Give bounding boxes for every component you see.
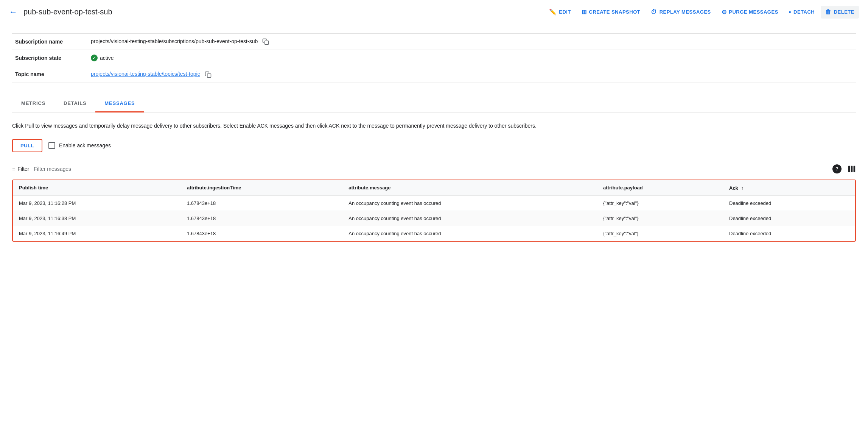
purge-messages-button[interactable]: ⊝ PURGE MESSAGES bbox=[717, 5, 783, 19]
subscription-state-row: Subscription state ✓ active bbox=[12, 50, 856, 66]
replay-messages-button[interactable]: ⏱ REPLAY MESSAGES bbox=[646, 6, 716, 19]
table-header-row: Publish time attribute.ingestionTime att… bbox=[13, 180, 855, 196]
topic-name-label: Topic name bbox=[12, 66, 88, 83]
copy-topic-name-icon[interactable] bbox=[205, 71, 212, 78]
snapshot-icon: ⊞ bbox=[582, 8, 587, 16]
detach-icon: ▪ bbox=[789, 9, 791, 16]
help-icon[interactable]: ? bbox=[832, 164, 842, 173]
messages-table: Publish time attribute.ingestionTime att… bbox=[13, 180, 855, 241]
filter-bar-right: ? bbox=[832, 164, 856, 173]
topic-name-value: projects/visionai-testing-stable/topics/… bbox=[88, 66, 856, 83]
delete-button[interactable]: 🗑 DELETE bbox=[821, 6, 859, 19]
messages-table-wrapper: Publish time attribute.ingestionTime att… bbox=[12, 180, 856, 242]
topic-name-row: Topic name projects/visionai-testing-sta… bbox=[12, 66, 856, 83]
messages-description: Click Pull to view messages and temporar… bbox=[12, 122, 542, 130]
ack-sort-arrow: ↑ bbox=[741, 185, 744, 191]
cell-ack: Deadline exceeded bbox=[723, 195, 855, 211]
create-snapshot-button[interactable]: ⊞ CREATE SNAPSHOT bbox=[577, 5, 645, 19]
cell-publish-time: Mar 9, 2023, 11:16:28 PM bbox=[13, 195, 181, 211]
header-payload: attribute.payload bbox=[597, 180, 723, 196]
page-title: pub-sub-event-op-test-sub bbox=[23, 8, 112, 16]
edit-button[interactable]: ✏️ EDIT bbox=[544, 5, 576, 19]
topic-name-link[interactable]: projects/visionai-testing-stable/topics/… bbox=[91, 71, 200, 77]
subscription-name-row: Subscription name projects/visionai-test… bbox=[12, 34, 856, 50]
cell-message: An occupancy counting event has occured bbox=[342, 211, 597, 226]
ack-checkbox[interactable] bbox=[48, 142, 55, 149]
toolbar: ← pub-sub-event-op-test-sub ✏️ EDIT ⊞ CR… bbox=[0, 0, 868, 24]
svg-rect-4 bbox=[854, 166, 856, 172]
cell-payload: {"attr_key":"val"} bbox=[597, 226, 723, 241]
filter-icon: ≡ bbox=[12, 166, 15, 172]
header-ingestion-time: attribute.ingestionTime bbox=[181, 180, 342, 196]
pull-section: PULL Enable ack messages bbox=[12, 139, 856, 152]
cell-ack: Deadline exceeded bbox=[723, 211, 855, 226]
subscription-name-label: Subscription name bbox=[12, 34, 88, 50]
table-row: Mar 9, 2023, 11:16:49 PM 1.67843e+18 An … bbox=[13, 226, 855, 241]
svg-rect-0 bbox=[265, 41, 269, 45]
svg-rect-1 bbox=[207, 73, 211, 77]
main-content: Subscription name projects/visionai-test… bbox=[0, 24, 868, 251]
columns-icon[interactable] bbox=[848, 165, 856, 173]
header-ack[interactable]: Ack ↑ bbox=[723, 180, 855, 196]
subscription-state-value: ✓ active bbox=[88, 50, 856, 66]
cell-publish-time: Mar 9, 2023, 11:16:38 PM bbox=[13, 211, 181, 226]
cell-ingestion-time: 1.67843e+18 bbox=[181, 226, 342, 241]
cell-payload: {"attr_key":"val"} bbox=[597, 211, 723, 226]
replay-icon: ⏱ bbox=[651, 9, 657, 16]
svg-rect-3 bbox=[851, 166, 853, 172]
ack-checkbox-label[interactable]: Enable ack messages bbox=[48, 142, 111, 149]
header-message: attribute.message bbox=[342, 180, 597, 196]
edit-icon: ✏️ bbox=[549, 8, 557, 16]
status-active-icon: ✓ bbox=[91, 55, 98, 61]
tab-metrics[interactable]: METRICS bbox=[12, 95, 54, 112]
cell-message: An occupancy counting event has occured bbox=[342, 195, 597, 211]
subscription-name-value: projects/visionai-testing-stable/subscri… bbox=[88, 34, 856, 50]
back-button[interactable]: ← bbox=[9, 7, 17, 17]
cell-ingestion-time: 1.67843e+18 bbox=[181, 195, 342, 211]
tab-messages[interactable]: MESSAGES bbox=[95, 95, 144, 112]
tabs: METRICS DETAILS MESSAGES bbox=[12, 95, 856, 112]
table-row: Mar 9, 2023, 11:16:28 PM 1.67843e+18 An … bbox=[13, 195, 855, 211]
filter-bar: ≡ Filter Filter messages ? bbox=[12, 161, 856, 177]
cell-ingestion-time: 1.67843e+18 bbox=[181, 211, 342, 226]
cell-payload: {"attr_key":"val"} bbox=[597, 195, 723, 211]
pull-button[interactable]: PULL bbox=[12, 139, 42, 152]
tab-details[interactable]: DETAILS bbox=[54, 95, 95, 112]
header-publish-time: Publish time bbox=[13, 180, 181, 196]
svg-rect-2 bbox=[848, 166, 850, 172]
cell-message: An occupancy counting event has occured bbox=[342, 226, 597, 241]
subscription-state-label: Subscription state bbox=[12, 50, 88, 66]
cell-ack: Deadline exceeded bbox=[723, 226, 855, 241]
info-table: Subscription name projects/visionai-test… bbox=[12, 33, 856, 83]
detach-button[interactable]: ▪ DETACH bbox=[784, 6, 819, 19]
toolbar-actions: ✏️ EDIT ⊞ CREATE SNAPSHOT ⏱ REPLAY MESSA… bbox=[544, 5, 859, 19]
table-row: Mar 9, 2023, 11:16:38 PM 1.67843e+18 An … bbox=[13, 211, 855, 226]
filter-placeholder[interactable]: Filter messages bbox=[34, 166, 71, 172]
filter-button[interactable]: ≡ Filter bbox=[12, 166, 29, 172]
purge-icon: ⊝ bbox=[722, 8, 727, 16]
copy-subscription-name-icon[interactable] bbox=[262, 38, 269, 45]
cell-publish-time: Mar 9, 2023, 11:16:49 PM bbox=[13, 226, 181, 241]
delete-icon: 🗑 bbox=[825, 9, 832, 16]
